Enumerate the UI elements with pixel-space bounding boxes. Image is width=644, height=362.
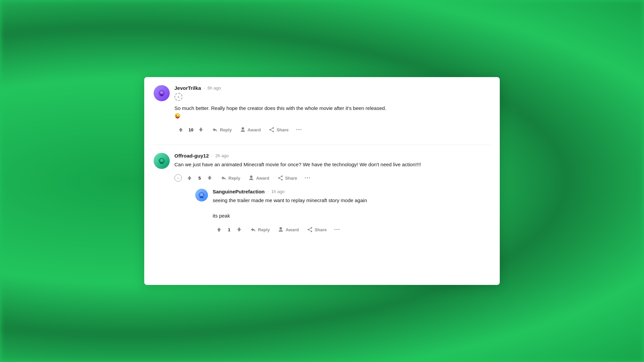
comment-offroad: Offroad-guy12 · 2h ago Can we just have … — [154, 153, 490, 235]
action-bar-jevor: 10 Reply Award Share — [174, 125, 490, 135]
comment-body-sanguine: SanguinePutrefaction · 1h ago seeing the… — [213, 189, 490, 235]
reply-icon-sanguine — [250, 227, 256, 233]
avatar-icon-offroad — [159, 158, 165, 164]
more-button-sanguine[interactable]: ··· — [331, 225, 343, 235]
award-button-jevor[interactable]: Award — [236, 125, 264, 134]
more-button-offroad[interactable]: ··· — [302, 173, 313, 183]
vote-count-sanguine: 1 — [227, 227, 231, 232]
avatar-icon-jevor — [159, 90, 165, 96]
comment-header-jevor: JevorTrilka · 6h ago — [174, 85, 490, 91]
award-icon-sanguine — [278, 227, 284, 233]
reply-button-jevor[interactable]: Reply — [209, 125, 235, 134]
upvote-button-sanguine[interactable] — [213, 225, 225, 234]
comments-card: JevorTrilka · 6h ago ✦ So much better. R… — [144, 77, 500, 285]
svg-point-3 — [161, 92, 162, 93]
avatar-offroad — [154, 153, 170, 169]
reply-sanguine: SanguinePutrefaction · 1h ago seeing the… — [195, 189, 490, 235]
upvote-icon-offroad — [186, 175, 193, 181]
share-button-sanguine[interactable]: Share — [304, 225, 330, 234]
reply-button-sanguine[interactable]: Reply — [247, 225, 273, 234]
share-button-offroad[interactable]: Share — [274, 173, 301, 183]
timestamp-sanguine: 1h ago — [271, 189, 285, 194]
downvote-button-jevor[interactable] — [195, 125, 207, 134]
avatar-sanguine — [195, 189, 208, 201]
comment-text-sanguine: seeing the trailer made me want to repla… — [213, 196, 490, 220]
action-bar-sanguine: 1 Reply Award — [213, 225, 490, 235]
reply-icon-offroad — [221, 175, 227, 181]
karma-icon-jevor: ✦ — [174, 93, 490, 101]
downvote-icon-sanguine — [236, 227, 242, 233]
timestamp-offroad: 2h ago — [215, 153, 229, 158]
username-offroad: Offroad-guy12 — [174, 153, 209, 159]
comment-jevor: JevorTrilka · 6h ago ✦ So much better. R… — [154, 85, 490, 135]
more-button-jevor[interactable]: ··· — [293, 125, 305, 135]
username-jevor: JevorTrilka — [174, 85, 201, 91]
downvote-button-sanguine[interactable] — [233, 225, 246, 234]
reply-icon-jevor — [212, 127, 218, 133]
avatar-jevor — [154, 85, 170, 101]
comment-body-jevor: JevorTrilka · 6h ago ✦ So much better. R… — [174, 85, 490, 135]
share-icon-offroad — [277, 175, 283, 181]
award-button-sanguine[interactable]: Award — [274, 225, 302, 234]
comment-text-offroad: Can we just have an animated Minecraft m… — [174, 161, 490, 168]
upvote-button-offroad[interactable] — [183, 173, 196, 183]
svg-point-4 — [162, 92, 163, 93]
vote-count-jevor: 10 — [189, 127, 193, 132]
upvote-icon-jevor — [178, 127, 184, 133]
comment-header-sanguine: SanguinePutrefaction · 1h ago — [213, 189, 490, 194]
vote-count-offroad: 5 — [197, 176, 202, 181]
award-icon-jevor — [240, 127, 246, 133]
upvote-icon-sanguine — [216, 227, 222, 233]
comment-text-jevor: So much better. Really hope the creator … — [174, 104, 490, 120]
upvote-button-jevor[interactable] — [174, 125, 187, 134]
reply-button-offroad[interactable]: Reply — [217, 173, 244, 183]
downvote-icon-offroad — [207, 175, 213, 181]
timestamp-jevor: 6h ago — [208, 85, 221, 90]
comment-body-offroad: Offroad-guy12 · 2h ago Can we just have … — [174, 153, 490, 235]
award-indicator-jevor: ✦ — [174, 93, 182, 101]
downvote-icon-jevor — [198, 127, 204, 133]
share-icon-sanguine — [307, 227, 313, 233]
username-sanguine: SanguinePutrefaction — [213, 189, 265, 194]
action-bar-offroad: − 5 Reply Award — [174, 173, 490, 183]
share-icon-jevor — [269, 127, 275, 133]
downvote-button-offroad[interactable] — [203, 173, 216, 183]
collapse-button-offroad[interactable]: − — [174, 174, 182, 182]
divider-1 — [154, 144, 490, 145]
avatar-icon-sanguine — [199, 192, 205, 198]
award-button-offroad[interactable]: Award — [245, 173, 273, 183]
award-icon-offroad — [248, 175, 254, 181]
comment-header-offroad: Offroad-guy12 · 2h ago — [174, 153, 490, 159]
share-button-jevor[interactable]: Share — [265, 125, 292, 134]
